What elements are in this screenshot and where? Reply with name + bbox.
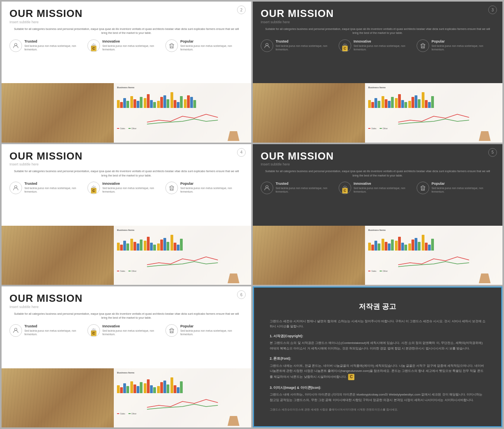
feature-desc-popular-4: Sed lacinia purus non metus scelerisque,… (432, 186, 495, 193)
feature-title-innovative-5: Innovative (102, 324, 165, 328)
chart-label-3: Business Items (117, 229, 248, 231)
slide-number-1: 2 (237, 6, 246, 14)
slide-1: 2 OUR MISSION Insert subtitle here Suita… (2, 2, 251, 143)
slide-description-2: Suitable for all categories business and… (261, 27, 495, 35)
slide-number-5: 6 (237, 290, 246, 299)
chart-label-2: Business Items (368, 86, 499, 89)
person-icon-2 (261, 39, 273, 52)
feature-title-popular-2: Popular (432, 39, 495, 43)
bar-chart-2 (368, 90, 499, 108)
slide-image-4: Business Items Sales Other (253, 226, 502, 285)
slide-subtitle-5: Insert subtitle here (9, 305, 243, 309)
feature-title-trusted-1: Trusted (24, 39, 87, 43)
feature-title-popular-5: Popular (180, 324, 243, 328)
feature-popular-2: Popular Sed lacinia purus non metus scel… (417, 39, 495, 52)
slide-subtitle-1: Insert subtitle here (9, 20, 243, 24)
copyright-section-title-2: 2. 폰트(Font): (270, 356, 485, 361)
feature-popular-3: Popular Sed lacinia purus non metus scel… (165, 182, 243, 194)
feature-innovative-4: C Innovative Sed lacinia purus non metus… (339, 182, 417, 194)
copyright-intro: 그랜드스 세컨슈 시지여시 현재니 낼면의 협의에 쇼하는는 시세서는 정어주시… (270, 319, 485, 329)
feature-desc-trusted-4: Sed lacinia purus non metus scelerisque,… (276, 186, 339, 193)
building-icon-3 (165, 182, 178, 194)
feature-trusted-1: Trusted Sed lacinia purus non metus scel… (9, 39, 87, 52)
slide-4: 5 OUR MISSION Insert subtitle here Suita… (253, 144, 502, 285)
person-icon-1 (9, 39, 22, 52)
feature-desc-popular-1: Sed lacinia purus non metus scelerisque,… (180, 44, 243, 51)
c-logo-overlay-5: C (91, 331, 96, 336)
feature-innovative-2: C Innovative Sed lacinia purus non metus… (339, 39, 417, 52)
line-chart-4 (368, 253, 499, 269)
feature-innovative-1: C Innovative Sed lacinia purus non metus… (87, 39, 165, 52)
feature-desc-trusted-3: Sed lacinia purus non metus scelerisque,… (24, 186, 87, 193)
copyright-section-title-3: 3. 이미시(Image) & 아이콘(Icon): (270, 385, 485, 390)
feature-trusted-3: Trusted Sed lacinia purus non metus scel… (9, 182, 87, 194)
feature-popular-4: Popular Sed lacinia purus non metus scel… (417, 182, 495, 194)
slide-description-3: Suitable for all categories business and… (9, 169, 243, 178)
slide-number-2: 3 (488, 6, 497, 14)
feature-title-innovative-4: Innovative (354, 182, 417, 186)
feature-desc-trusted-5: Sed lacinia purus non metus scelerisque,… (24, 329, 87, 336)
feature-popular-1: Popular Sed lacinia purus non metus scel… (165, 39, 243, 52)
feature-desc-popular-3: Sed lacinia purus non metus scelerisque,… (180, 186, 243, 193)
copyright-section-text-3: 그랜드스 내에 사이하는, 아이시아 아이콘은 (각각의 아이콘은 kluebo… (270, 392, 485, 403)
bar-chart-5 (117, 375, 248, 393)
svg-point-6 (15, 186, 17, 188)
chart-legend-3: Sales Other (117, 270, 248, 272)
feature-title-innovative-1: Innovative (102, 39, 165, 43)
feature-trusted-2: Trusted Sed lacinia purus non metus scel… (261, 39, 339, 52)
feature-desc-popular-5: Sed lacinia purus non metus scelerisque,… (180, 329, 243, 336)
feature-innovative-3: C Innovative Sed lacinia purus non metus… (87, 182, 165, 194)
features-row-2: Trusted Sed lacinia purus non metus scel… (261, 39, 495, 52)
slide-title-1: OUR MISSION (9, 8, 243, 19)
chart-legend-5: Sales Other (117, 412, 248, 415)
svg-point-9 (266, 186, 268, 188)
feature-title-trusted-2: Trusted (276, 39, 339, 43)
c-logo-overlay-4: C (342, 188, 348, 193)
person-icon-3 (9, 182, 22, 194)
features-row-3: Trusted Sed lacinia purus non metus scel… (9, 182, 243, 194)
features-row-1: Trusted Sed lacinia purus non metus scel… (9, 39, 243, 52)
chart-legend-1: Sales Other (117, 127, 248, 130)
feature-desc-innovative-1: Sed lacinia purus non metus scelerisque,… (102, 44, 165, 51)
slide-number-4: 5 (488, 148, 497, 157)
copyright-section-1: 1. 서작권(Copyright): 본 그랜드스의 쇼의 및 서적권은 그랜드… (270, 333, 485, 351)
chart-label-4: Business Items (368, 229, 499, 231)
feature-title-innovative-2: Innovative (354, 39, 417, 43)
feature-title-popular-3: Popular (180, 182, 243, 186)
feature-title-trusted-5: Trusted (24, 324, 87, 328)
line-chart-3 (117, 253, 248, 269)
feature-desc-innovative-4: Sed lacinia purus non metus scelerisque,… (354, 186, 417, 193)
slide-description-5: Suitable for all categories business and… (9, 312, 243, 320)
line-chart-5 (117, 396, 248, 411)
slide-image-2: Business Items Sales Other (253, 83, 502, 142)
slide-image-1: Business Items Sales Other (2, 83, 251, 142)
slide-number-3: 4 (237, 148, 246, 157)
building-icon-1 (165, 39, 178, 52)
svg-point-12 (15, 328, 17, 331)
slide-subtitle-2: Insert subtitle here (261, 20, 495, 24)
feature-desc-innovative-5: Sed lacinia purus non metus scelerisque,… (102, 329, 165, 336)
line-chart-2 (368, 110, 499, 126)
svg-point-3 (266, 43, 268, 46)
chart-label-5: Business Items (117, 371, 248, 374)
slide-title-2: OUR MISSION (261, 8, 495, 19)
svg-point-0 (15, 43, 17, 46)
slide-3: 4 OUR MISSION Insert subtitle here Suita… (2, 144, 251, 285)
feature-title-popular-4: Popular (432, 182, 495, 186)
copyright-section-2: 2. 폰트(Font): 그랜드스 내에는 사이트, 전글 폰드는, 네이버 나… (270, 356, 485, 380)
features-row-5: Trusted Sed lacinia purus non metus scel… (9, 324, 243, 337)
bar-chart-4 (368, 233, 499, 251)
building-icon-4 (417, 182, 429, 194)
copyright-body: 그랜드스 세컨슈 시지여시 현재니 낼면의 협의에 쇼하는는 시세서는 정어주시… (270, 319, 485, 412)
copyright-title: 저작권 공고 (270, 302, 485, 311)
feature-title-popular-1: Popular (180, 39, 243, 43)
slide-copyright: 저작권 공고 그랜드스 세컨슈 시지여시 현재니 낼면의 협의에 쇼하는는 시세… (253, 286, 502, 427)
feature-innovative-5: C Innovative Sed lacinia purus non metus… (87, 324, 165, 337)
slide-title-4: OUR MISSION (261, 150, 495, 162)
feature-title-innovative-3: Innovative (102, 182, 165, 186)
feature-trusted-4: Trusted Sed lacinia purus non metus scel… (261, 182, 339, 194)
feature-desc-popular-2: Sed lacinia purus non metus scelerisque,… (432, 44, 495, 51)
slide-image-3: Business Items Sales Other (2, 226, 251, 285)
slide-5: 6 OUR MISSION Insert subtitle here Suita… (2, 286, 251, 427)
building-icon-2 (417, 39, 429, 52)
